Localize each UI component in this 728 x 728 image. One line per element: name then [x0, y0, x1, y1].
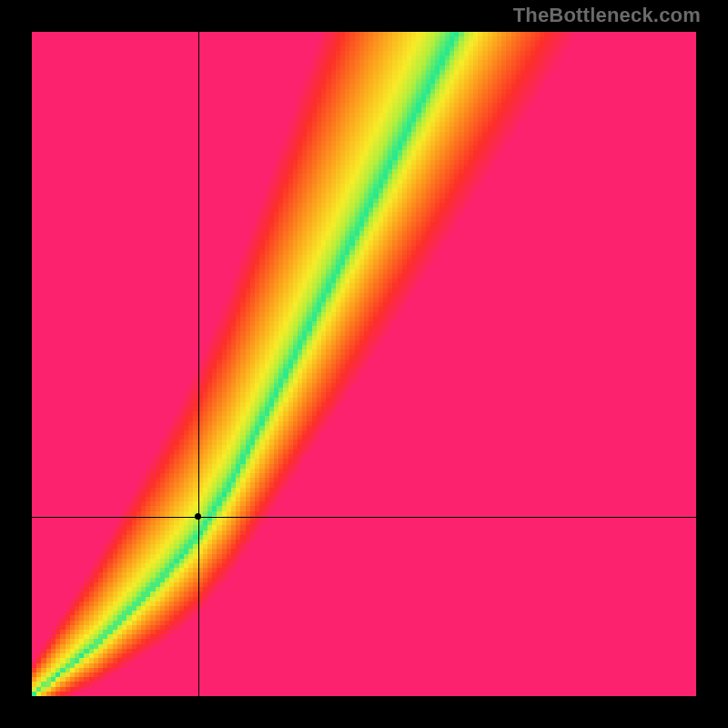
heatmap-canvas: [32, 32, 696, 696]
watermark-label: TheBottleneck.com: [513, 4, 701, 27]
crosshair-horizontal: [32, 517, 696, 518]
chart-frame: TheBottleneck.com: [0, 0, 728, 728]
crosshair-vertical: [198, 32, 199, 696]
heatmap-plot: [32, 32, 696, 696]
